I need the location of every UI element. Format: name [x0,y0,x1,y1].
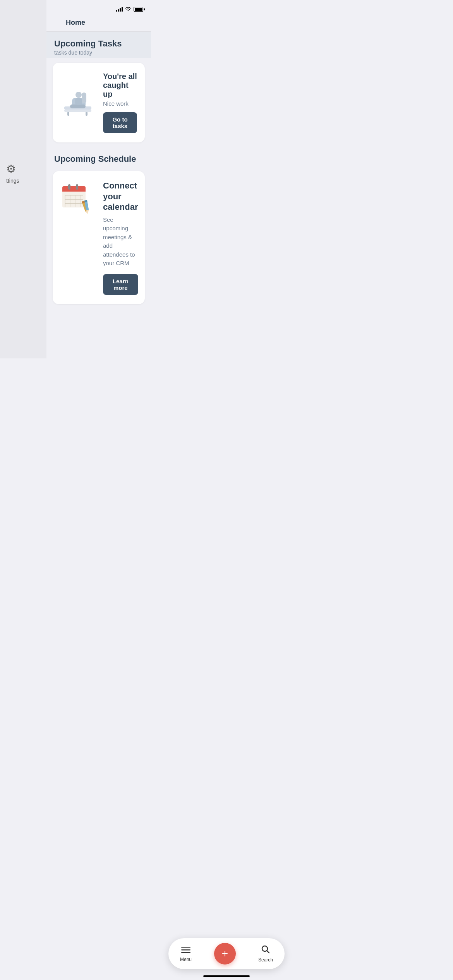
signal-icon [116,7,123,12]
sidebar-settings-item[interactable]: ⚙ ttings [0,155,25,192]
svg-rect-8 [75,98,82,105]
tasks-section-title: Upcoming Tasks [54,39,143,49]
svg-rect-11 [62,189,86,192]
learn-more-button[interactable]: Learn more [103,274,138,295]
calendar-content: Connect your calendar See upcoming meeti… [103,180,138,295]
calendar-card: Connect your calendar See upcoming meeti… [53,171,145,304]
battery-icon [134,7,143,12]
schedule-section-title: Upcoming Schedule [54,154,143,164]
schedule-section-header: Upcoming Schedule [46,147,151,166]
svg-rect-6 [70,105,86,108]
wifi-icon [125,7,131,12]
go-to-tasks-button[interactable]: Go to tasks [103,112,137,133]
tasks-section-header: Upcoming Tasks tasks due today [46,32,151,58]
svg-rect-2 [86,112,88,116]
gear-icon: ⚙ [6,163,16,175]
sidebar-overlay: ⚙ ttings [0,0,46,358]
caught-up-subtitle: Nice work [103,100,137,107]
svg-rect-1 [67,112,69,116]
svg-rect-0 [64,110,91,112]
svg-rect-5 [82,93,86,103]
caught-up-content: You're all caught up Nice work Go to tas… [103,72,137,133]
status-icons [116,7,143,12]
page-title: Home [66,19,85,26]
settings-label: ttings [6,178,19,184]
main-content: Upcoming Tasks tasks due today [46,32,151,358]
svg-rect-12 [68,184,70,190]
calendar-title: Connect your calendar [103,180,138,212]
svg-rect-13 [76,184,78,190]
lounge-illustration [60,87,95,118]
caught-up-card: You're all caught up Nice work Go to tas… [53,63,145,142]
svg-point-7 [76,92,82,98]
calendar-subtitle: See upcoming meetings & add attendees to… [103,216,138,268]
caught-up-title: You're all caught up [103,72,137,99]
calendar-illustration [60,180,95,215]
tasks-section-subtitle: tasks due today [54,50,143,56]
